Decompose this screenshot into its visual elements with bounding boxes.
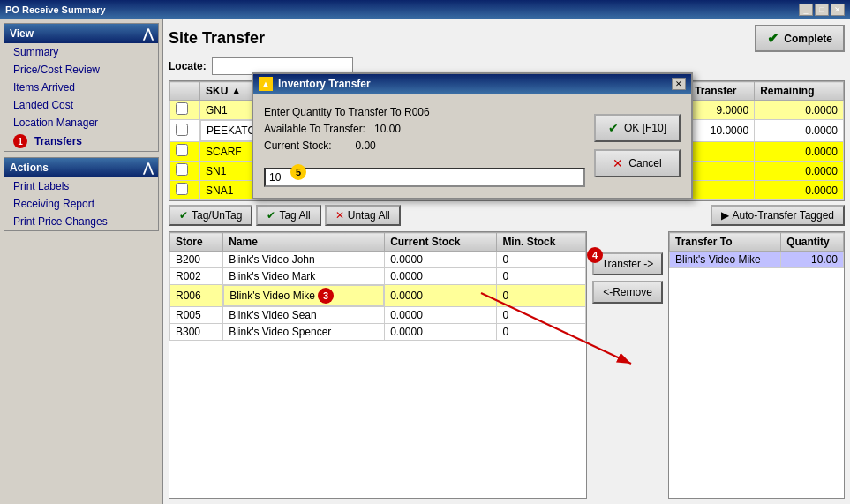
maximize-button[interactable]: □: [815, 4, 829, 16]
dialog-title: Inventory Transfer: [278, 78, 371, 90]
sidebar-item-print-price-changes[interactable]: Print Price Changes: [4, 213, 158, 230]
close-window-button[interactable]: ✕: [831, 4, 845, 16]
sidebar-item-price-cost-review[interactable]: Price/Cost Review: [4, 61, 158, 79]
inventory-transfer-dialog: ▲ Inventory Transfer ✕ Enter Quantity To…: [252, 72, 693, 199]
dialog-close-button[interactable]: ✕: [672, 78, 686, 90]
window-title: PO Receive Summary: [5, 4, 106, 15]
actions-collapse-icon[interactable]: ⋀: [143, 161, 153, 175]
dialog-overlay: ▲ Inventory Transfer ✕ Enter Quantity To…: [163, 19, 850, 504]
dialog-title-bar: ▲ Inventory Transfer ✕: [253, 74, 691, 94]
dialog-badge-5: 5: [290, 164, 306, 180]
sidebar: View ⋀ Summary Price/Cost Review Items A…: [0, 19, 163, 504]
sidebar-actions-section: Actions ⋀ Print Labels Receiving Report …: [4, 157, 159, 231]
sidebar-item-landed-cost[interactable]: Landed Cost: [4, 96, 158, 114]
sidebar-item-transfers[interactable]: 1 Transfers: [4, 132, 158, 151]
sidebar-view-header: View ⋀: [4, 24, 158, 43]
dialog-ok-button[interactable]: ✔ OK [F10]: [594, 114, 681, 142]
title-bar: PO Receive Summary _ □ ✕: [0, 0, 850, 19]
window-controls: _ □ ✕: [799, 4, 845, 16]
dialog-right: ✔ OK [F10] ✕ Cancel: [594, 104, 681, 187]
sidebar-item-receiving-report[interactable]: Receiving Report: [4, 195, 158, 213]
dialog-body: Enter Quantity To Transfer To R006 Avail…: [253, 94, 691, 198]
sidebar-item-location-manager[interactable]: Location Manager: [4, 114, 158, 132]
transfers-badge: 1: [13, 134, 27, 148]
ok-check-icon: ✔: [608, 121, 619, 135]
sidebar-view-section: View ⋀ Summary Price/Cost Review Items A…: [4, 23, 159, 152]
dialog-left: Enter Quantity To Transfer To R006 Avail…: [264, 104, 585, 187]
dialog-warning-icon: ▲: [259, 77, 273, 91]
cancel-x-icon: ✕: [613, 156, 623, 170]
sidebar-view-label: View: [10, 27, 34, 40]
dialog-cancel-button[interactable]: ✕ Cancel: [594, 149, 681, 177]
sidebar-item-items-arrived[interactable]: Items Arrived: [4, 79, 158, 96]
sidebar-item-summary[interactable]: Summary: [4, 43, 158, 61]
dialog-quantity-input[interactable]: [264, 168, 585, 187]
content-area: Site Transfer ✔ Complete Locate: SKU ▲ D…: [163, 19, 850, 504]
dialog-info: Enter Quantity To Transfer To R006 Avail…: [264, 104, 585, 155]
sidebar-actions-label: Actions: [10, 162, 49, 174]
view-collapse-icon[interactable]: ⋀: [143, 26, 153, 41]
minimize-button[interactable]: _: [799, 4, 813, 16]
sidebar-item-print-labels[interactable]: Print Labels: [4, 177, 158, 195]
sidebar-actions-header: Actions ⋀: [4, 158, 158, 177]
